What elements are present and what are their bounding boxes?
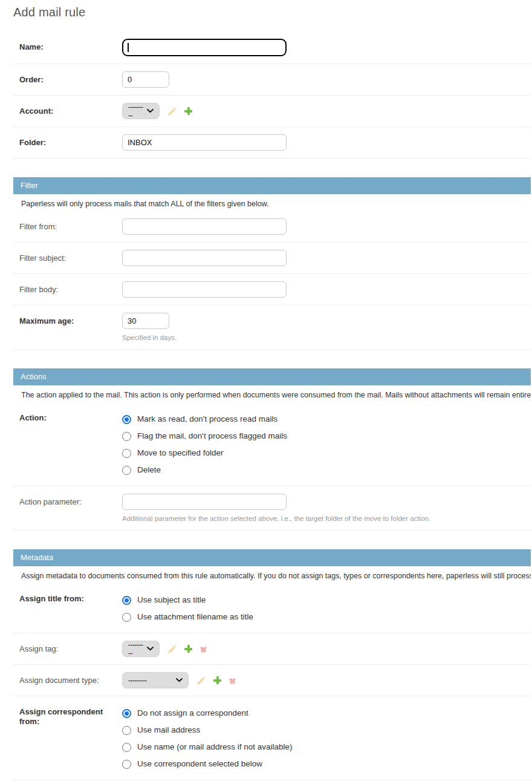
form-row-action-parameter: Action parameter: Additional parameter f… — [13, 486, 531, 531]
form-row-assign-document-type: Assign document type: --------- — [13, 665, 531, 696]
assign-title-from-label: Assign title from: — [19, 590, 116, 604]
form-row-order: Order: — [13, 64, 531, 96]
action-parameter-input[interactable] — [122, 494, 287, 510]
filter-body-input[interactable] — [122, 281, 287, 298]
edit-pencil-icon[interactable] — [196, 676, 206, 685]
correspondent-from-option-selected-below[interactable]: Use correspondent selected below — [122, 756, 531, 773]
radio-button[interactable] — [122, 760, 131, 769]
correspondent-from-option-none[interactable]: Do not assign a correspondent — [122, 705, 531, 722]
section-header-metadata: Metadata — [13, 549, 531, 566]
order-label: Order: — [19, 71, 116, 85]
assign-tag-select[interactable]: --------- — [122, 641, 160, 657]
maximum-age-help: Specified in days. — [122, 333, 531, 342]
radio-button[interactable] — [122, 449, 131, 458]
title-from-option-subject[interactable]: Use subject as title — [122, 592, 531, 609]
form-row-assign-correspondent-from: Assign correspondent from: Do not assign… — [13, 696, 531, 780]
form-row-name: Name: — [13, 31, 531, 64]
assign-document-type-select[interactable]: --------- — [122, 672, 189, 688]
filter-subject-label: Filter subject: — [19, 250, 116, 263]
maximum-age-input[interactable] — [122, 313, 169, 329]
general-fieldset: Name: Order: Account: --------- — [13, 31, 531, 158]
form-row-assign-tag: Assign tag: --------- — [13, 633, 531, 665]
metadata-fieldset: Metadata Assign metadata to documents co… — [13, 549, 531, 784]
actions-description: The action applied to the mail. This act… — [13, 390, 531, 400]
form-row-assign-title-from: Assign title from: Use subject as title … — [13, 583, 531, 633]
assign-document-type-label: Assign document type: — [19, 672, 116, 685]
action-label: Action: — [19, 410, 116, 423]
form-row-account: Account: --------- — [13, 96, 531, 127]
folder-input[interactable] — [122, 134, 287, 151]
radio-button[interactable] — [122, 466, 131, 475]
filter-description: Paperless will only process mails that m… — [13, 199, 531, 209]
radio-button[interactable] — [122, 709, 131, 718]
correspondent-from-option-mail-address[interactable]: Use mail address — [122, 722, 531, 739]
add-mail-rule-form: Add mail rule Name: Order: Account: ----… — [13, 5, 531, 784]
chevron-down-icon — [176, 678, 183, 682]
section-header-filter: Filter — [13, 177, 531, 194]
add-plus-icon[interactable] — [184, 107, 192, 115]
action-option-move[interactable]: Move to specified folder — [122, 445, 531, 462]
form-row-assign-correspondent: Assign correspondent: --------- — [13, 780, 531, 784]
delete-cross-icon[interactable] — [199, 645, 209, 655]
radio-button[interactable] — [122, 613, 131, 622]
account-select[interactable]: --------- — [122, 103, 160, 119]
assign-tag-label: Assign tag: — [19, 641, 116, 654]
radio-button[interactable] — [122, 743, 131, 752]
add-plus-icon[interactable] — [213, 676, 221, 684]
chevron-down-icon — [147, 109, 154, 113]
action-parameter-help: Additional parameter for the action sele… — [122, 514, 531, 523]
form-row-maximum-age: Maximum age: Specified in days. — [13, 305, 531, 350]
edit-pencil-icon[interactable] — [167, 107, 177, 116]
radio-button[interactable] — [122, 432, 131, 441]
delete-cross-icon[interactable] — [228, 676, 238, 686]
action-parameter-label: Action parameter: — [19, 494, 116, 507]
filter-body-label: Filter body: — [19, 281, 116, 295]
radio-button[interactable] — [122, 596, 131, 605]
form-row-filter-from: Filter from: — [13, 211, 531, 243]
name-label: Name: — [19, 39, 116, 52]
edit-pencil-icon[interactable] — [167, 645, 177, 654]
page-title: Add mail rule — [13, 5, 531, 19]
account-label: Account: — [19, 103, 116, 116]
actions-fieldset: Actions The action applied to the mail. … — [13, 368, 531, 531]
section-header-actions: Actions — [13, 368, 531, 385]
action-option-mark-read[interactable]: Mark as read, don't process read mails — [122, 411, 531, 428]
assign-correspondent-from-label: Assign correspondent from: — [19, 704, 116, 727]
form-row-folder: Folder: — [13, 127, 531, 158]
order-input[interactable] — [122, 71, 169, 88]
text-cursor — [128, 43, 129, 52]
filter-from-input[interactable] — [122, 218, 287, 235]
form-row-action: Action: Mark as read, don't process read… — [13, 402, 531, 486]
filter-from-label: Filter from: — [19, 218, 116, 232]
radio-button[interactable] — [122, 415, 131, 424]
form-row-filter-body: Filter body: — [13, 274, 531, 305]
title-from-option-filename[interactable]: Use attachment filename as title — [122, 609, 531, 626]
filter-fieldset: Filter Paperless will only process mails… — [13, 177, 531, 350]
form-row-filter-subject: Filter subject: — [13, 243, 531, 274]
action-option-flag[interactable]: Flag the mail, don't process flagged mai… — [122, 428, 531, 445]
add-plus-icon[interactable] — [184, 645, 192, 653]
name-input[interactable] — [122, 39, 287, 56]
metadata-description: Assign metadata to documents consumed fr… — [13, 571, 531, 581]
filter-subject-input[interactable] — [122, 250, 287, 266]
folder-label: Folder: — [19, 134, 116, 148]
radio-button[interactable] — [122, 726, 131, 735]
chevron-down-icon — [147, 647, 154, 651]
correspondent-from-option-name[interactable]: Use name (or mail address if not availab… — [122, 739, 531, 756]
action-option-delete[interactable]: Delete — [122, 462, 531, 479]
maximum-age-label: Maximum age: — [19, 313, 116, 326]
